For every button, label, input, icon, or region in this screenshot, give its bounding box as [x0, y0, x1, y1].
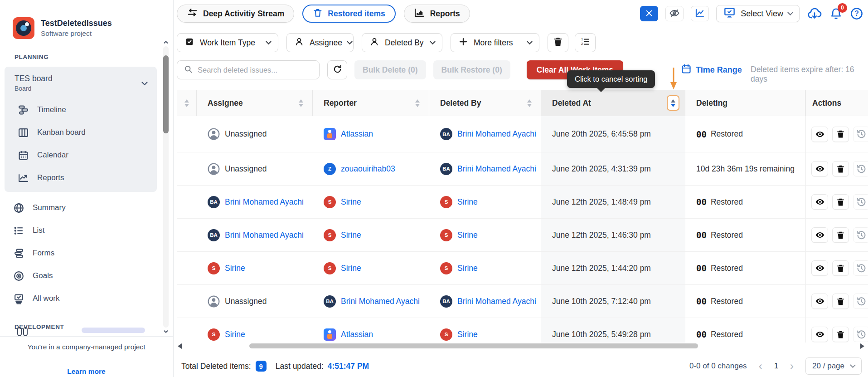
assignee-name[interactable]: Sirine [225, 264, 245, 273]
assignee-name[interactable]: Sirine [225, 330, 245, 339]
reports-button[interactable]: Reports [404, 5, 470, 23]
view-item-button[interactable] [811, 294, 828, 309]
bulk-delete-button[interactable]: Bulk Delete (0) [354, 60, 426, 79]
deleted-at-cell: June 10th 2025, 7:12:40 pm [541, 285, 685, 318]
sidebar-item-goals[interactable]: Goals [0, 264, 173, 287]
more-filters-button[interactable]: More filters [451, 33, 539, 52]
sort-control[interactable] [299, 99, 303, 107]
delete-tool-button[interactable] [548, 33, 568, 52]
deleted-by-name[interactable]: Brini Mohamed Ayachi [457, 297, 536, 306]
sidebar-item-all-work[interactable]: All work [0, 287, 173, 310]
restored-items-button[interactable]: Restored items [302, 5, 395, 23]
sidebar-item-forms[interactable]: Forms [0, 242, 173, 264]
deep-activity-stream-button[interactable]: Deep Activitiy Stream [177, 5, 294, 23]
sidebar-item-list[interactable]: List [0, 219, 173, 242]
timer-icon: 00 [696, 329, 707, 339]
deleted-by-name[interactable]: Sirine [457, 330, 478, 339]
reporter-name[interactable]: Atlassian [341, 129, 373, 139]
delete-item-button[interactable] [832, 294, 849, 309]
list-view-button[interactable]: 12 [575, 33, 596, 52]
sidebar-scrollbar[interactable] [163, 39, 169, 335]
scrollbar-thumb[interactable] [249, 343, 698, 348]
assignee-cell: S Sirine [197, 252, 313, 284]
delete-item-button[interactable] [832, 227, 849, 243]
sidebar-item-summary[interactable]: Summary [0, 196, 173, 219]
deleted-by-name[interactable]: Brini Mohamed Ayachi [457, 164, 536, 174]
restore-item-button[interactable] [853, 260, 868, 276]
scrollbar-thumb[interactable] [163, 55, 169, 133]
restore-item-button[interactable] [853, 227, 868, 243]
scroll-left-icon[interactable] [178, 343, 182, 349]
page-size-select[interactable]: 20 / page [805, 357, 862, 375]
deleted-by-name[interactable]: Brini Mohamed Ayachi [457, 129, 536, 139]
bulk-restore-button[interactable]: Bulk Restore (0) [433, 60, 510, 79]
scroll-up-icon[interactable] [163, 39, 169, 45]
timer-icon: 00 [696, 230, 707, 240]
reporter-cell: BA Brini Mohamed Ayachi [313, 285, 429, 318]
restore-item-button[interactable] [853, 127, 868, 142]
sort-control[interactable] [415, 99, 420, 107]
delete-item-button[interactable] [832, 161, 849, 176]
sidebar-item-reports[interactable]: Reports [5, 166, 157, 189]
checkbox-icon [184, 37, 194, 49]
sidebar-item-calendar[interactable]: Calendar [5, 144, 157, 166]
sort-control[interactable] [184, 99, 189, 107]
reporter-name[interactable]: Atlassian [341, 330, 373, 339]
refresh-button[interactable] [327, 60, 347, 79]
assignee-name[interactable]: Brini Mohamed Ayachi [225, 230, 304, 240]
hide-view-button[interactable] [665, 6, 684, 21]
prev-page-button[interactable]: ‹ [758, 361, 763, 372]
view-item-button[interactable] [811, 194, 828, 210]
sidebar-item-timeline[interactable]: Timeline [5, 98, 157, 121]
delete-item-button[interactable] [832, 127, 849, 142]
trash-icon [836, 297, 845, 306]
assignee-name[interactable]: Brini Mohamed Ayachi [225, 197, 304, 207]
restore-item-button[interactable] [853, 294, 868, 309]
view-item-button[interactable] [811, 161, 828, 176]
cloud-download-button[interactable] [807, 6, 822, 21]
work-item-type-filter[interactable]: Work Item Type [177, 33, 278, 52]
notifications-button[interactable]: 0 [829, 7, 843, 20]
delete-item-button[interactable] [832, 194, 849, 210]
deleted-by-name[interactable]: Sirine [457, 230, 478, 240]
close-button[interactable] [640, 6, 658, 21]
assignee-filter[interactable]: Assignee [286, 33, 354, 52]
sort-control[interactable] [527, 99, 532, 107]
reporter-name[interactable]: zouaouirihab03 [341, 164, 395, 174]
next-page-button[interactable]: › [789, 361, 795, 372]
deleted-by-name[interactable]: Sirine [457, 264, 478, 273]
chart-view-button[interactable] [691, 6, 709, 21]
avatar: BA [208, 196, 220, 208]
board-selector[interactable]: TES board Board [5, 74, 157, 92]
delete-item-button[interactable] [832, 260, 849, 276]
deleted-by-name[interactable]: Sirine [457, 197, 478, 207]
learn-more-link[interactable]: Learn more [67, 367, 105, 376]
deleted-by-cell: BA Brini Mohamed Ayachi [429, 152, 541, 185]
trash-icon [836, 129, 845, 139]
sidebar-item-partial[interactable] [17, 325, 165, 336]
restore-item-button[interactable] [853, 327, 868, 342]
reporter-name[interactable]: Sirine [341, 197, 361, 207]
select-view-dropdown[interactable]: Select View [716, 5, 800, 22]
view-item-button[interactable] [811, 260, 828, 276]
sidebar-item-kanban-board[interactable]: Kanban board [5, 121, 157, 144]
restore-item-button[interactable] [853, 194, 868, 210]
view-item-button[interactable] [811, 127, 828, 142]
search-input[interactable] [198, 66, 313, 74]
restore-item-button[interactable] [853, 161, 868, 176]
view-item-button[interactable] [811, 327, 828, 342]
deleted-by-cell: S Sirine [429, 186, 541, 218]
scroll-down-icon[interactable] [163, 328, 169, 335]
time-range-button[interactable]: Time Range [681, 64, 742, 77]
reporter-name[interactable]: Sirine [341, 264, 361, 273]
history-icon [856, 129, 867, 139]
reporter-name[interactable]: Sirine [341, 230, 361, 240]
active-sort-control[interactable] [667, 95, 679, 111]
delete-item-button[interactable] [832, 327, 849, 342]
scroll-right-icon[interactable] [860, 343, 864, 349]
horizontal-scrollbar[interactable] [177, 342, 865, 349]
help-button[interactable]: ? [850, 7, 863, 20]
view-item-button[interactable] [811, 227, 828, 243]
reporter-name[interactable]: Brini Mohamed Ayachi [341, 297, 420, 306]
deleted-by-filter[interactable]: Deleted By [362, 33, 442, 52]
